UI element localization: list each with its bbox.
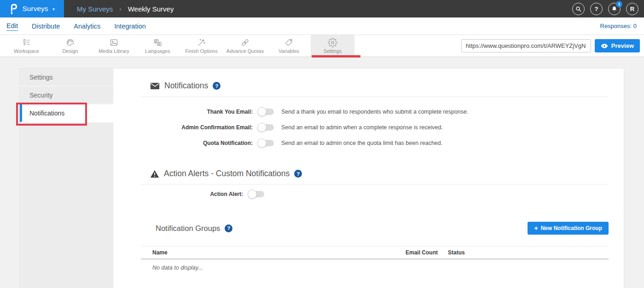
settings-sidebar: Settings Security Notifications <box>20 69 113 288</box>
admin-confirmation-email-toggle[interactable] <box>258 124 274 131</box>
tab-analytics[interactable]: Analytics <box>74 22 100 31</box>
admin-confirmation-email-label: Admin Confirmation Email: <box>141 124 253 131</box>
envelope-icon <box>150 82 160 90</box>
action-alerts-section-header: Action Alerts - Custom Notifications ? <box>141 169 609 179</box>
sidebar-item-security[interactable]: Security <box>20 86 113 104</box>
sidebar-item-settings[interactable]: Settings <box>20 69 113 86</box>
toolbar-item-variables[interactable]: Variables <box>267 35 311 57</box>
toolbar-label: Variables <box>278 48 299 54</box>
toolbar-label: Workspace <box>14 48 39 54</box>
top-bar: Surveys ▼ My Surveys › Weekly Survey ? 1… <box>0 0 644 17</box>
tab-distribute[interactable]: Distribute <box>32 22 60 31</box>
toolbar-item-settings[interactable]: Settings <box>311 35 354 57</box>
responses-count[interactable]: Responses: 0 <box>600 23 644 29</box>
sidebar-item-notifications[interactable]: Notifications <box>20 104 113 122</box>
admin-confirmation-email-row: Admin Confirmation Email: Send an email … <box>141 123 609 132</box>
toolbar-item-design[interactable]: Design <box>48 35 92 57</box>
toolbar-item-workspace[interactable]: Workspace <box>5 35 48 57</box>
table-header-row: Name Email Count Status <box>141 246 609 259</box>
breadcrumb-separator: › <box>119 6 121 12</box>
toolbar-item-media-library[interactable]: Media Library <box>92 35 136 57</box>
media-library-icon <box>109 38 119 47</box>
questionpro-logo-icon <box>9 3 19 15</box>
quota-notification-desc: Send an email to admin once the quota li… <box>281 140 442 146</box>
toolbar-label: Languages <box>145 48 170 54</box>
breadcrumb-my-surveys[interactable]: My Surveys <box>77 5 113 13</box>
tab-integration[interactable]: Integration <box>114 22 146 31</box>
column-header-email-count: Email Count <box>406 249 448 256</box>
column-header-name: Name <box>141 249 406 256</box>
thank-you-email-row: Thank You Email: Send a thank you email … <box>141 107 609 116</box>
divider <box>141 97 609 97</box>
eye-icon <box>601 43 608 49</box>
variables-icon <box>284 38 294 47</box>
thank-you-email-toggle[interactable] <box>258 109 274 115</box>
workspace-icon <box>22 38 31 47</box>
product-switcher[interactable]: Surveys ▼ <box>0 0 64 17</box>
section-title: Action Alerts - Custom Notifications <box>164 169 290 179</box>
avatar-initial: R <box>630 6 634 12</box>
preview-button[interactable]: Preview <box>595 39 640 52</box>
plus-icon: + <box>534 225 538 232</box>
toolbar-label: Advance Quotas <box>226 48 264 54</box>
toolbar-item-advance-quotas[interactable]: Advance Quotas <box>223 35 267 57</box>
thank-you-email-label: Thank You Email: <box>141 109 253 115</box>
toolbar-label: Settings <box>324 48 342 54</box>
quota-notification-toggle[interactable] <box>258 140 274 146</box>
annotation-settings-underline <box>312 55 360 58</box>
thank-you-email-desc: Send a thank you email to respondents wh… <box>281 109 469 115</box>
settings-card: Settings Security Notifications Notifica… <box>19 68 624 288</box>
section-title: Notifications <box>164 81 208 91</box>
notification-groups-table: Name Email Count Status No data to displ… <box>141 246 609 271</box>
notifications-button[interactable]: 1 <box>608 3 621 15</box>
admin-confirmation-email-desc: Send an email to admin when a complete r… <box>281 124 443 131</box>
notification-count-badge: 1 <box>616 1 622 7</box>
settings-gear-icon <box>328 38 337 47</box>
help-icon[interactable]: ? <box>294 170 302 178</box>
table-empty-message: No data to display... <box>141 265 609 271</box>
edit-toolbar: Workspace Design Media Library Languages <box>0 35 644 57</box>
chevron-down-icon: ▼ <box>52 7 56 12</box>
question-mark-icon: ? <box>595 6 598 12</box>
settings-page: Settings Security Notifications Notifica… <box>0 57 644 288</box>
advance-quotas-icon <box>240 38 250 47</box>
warning-triangle-icon <box>150 170 159 178</box>
action-alert-label: Action Alert: <box>141 191 243 197</box>
quota-notification-row: Quota Notification: Send an email to adm… <box>141 138 609 148</box>
help-button[interactable]: ? <box>590 3 603 15</box>
action-alert-row: Action Alert: <box>141 190 609 199</box>
preview-label: Preview <box>611 42 634 49</box>
tab-edit[interactable]: Edit <box>6 21 18 31</box>
breadcrumb-current-survey: Weekly Survey <box>128 5 174 13</box>
divider <box>141 184 609 184</box>
groups-title: Notification Groups <box>156 224 220 233</box>
new-notification-group-button[interactable]: + New Notification Group <box>528 222 609 235</box>
breadcrumb: My Surveys › Weekly Survey <box>77 5 174 13</box>
survey-nav: Edit Distribute Analytics Integration Re… <box>0 17 644 35</box>
action-alert-toggle[interactable] <box>249 191 264 197</box>
quota-notification-label: Quota Notification: <box>141 140 253 146</box>
product-name: Surveys <box>23 5 48 13</box>
help-icon[interactable]: ? <box>225 225 232 232</box>
account-avatar[interactable]: R <box>626 3 638 15</box>
toolbar-item-languages[interactable]: Languages <box>136 35 180 57</box>
settings-content: Notifications ? Thank You Email: Send a … <box>113 69 624 288</box>
new-group-label: New Notification Group <box>541 225 602 231</box>
toolbar-label: Design <box>62 48 78 54</box>
finish-options-icon <box>197 38 206 47</box>
toolbar-label: Finish Options <box>185 48 217 54</box>
design-icon <box>65 38 75 47</box>
help-icon[interactable]: ? <box>213 82 220 90</box>
column-header-status: Status <box>448 249 609 256</box>
search-icon <box>575 6 582 12</box>
toolbar-item-finish-options[interactable]: Finish Options <box>180 35 223 57</box>
toolbar-label: Media Library <box>99 48 129 54</box>
languages-icon <box>153 38 162 47</box>
notification-groups-header: Notification Groups ? + New Notification… <box>141 222 609 235</box>
survey-url-input[interactable] <box>461 39 591 52</box>
notifications-section-header: Notifications ? <box>141 81 609 91</box>
search-button[interactable] <box>572 3 585 15</box>
